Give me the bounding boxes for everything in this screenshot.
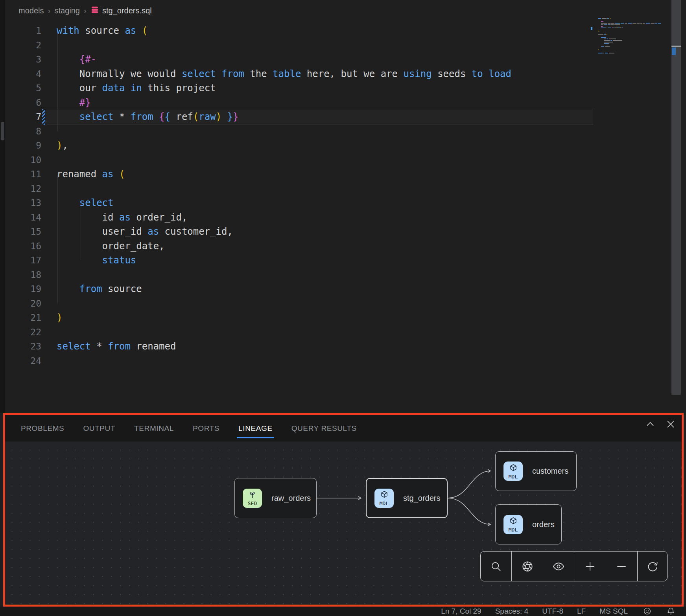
line-number: 3: [16, 52, 41, 67]
code-line[interactable]: 22: [5, 325, 686, 340]
code-line[interactable]: 15 user_id as customer_id,: [5, 224, 686, 239]
code-line[interactable]: 4 Normally we would select from the tabl…: [5, 67, 686, 81]
code-line[interactable]: 18: [5, 268, 686, 282]
minimap-line: [602, 18, 607, 19]
database-icon: [90, 6, 99, 16]
minimap-line: [605, 46, 610, 47]
code-line[interactable]: 2: [5, 38, 686, 53]
breadcrumb-file[interactable]: stg_orders.sql: [90, 6, 152, 16]
toolbar-group: [511, 552, 574, 581]
code-line[interactable]: 21): [5, 311, 686, 325]
minimap-line: [601, 28, 606, 28]
line-number: 20: [16, 296, 41, 311]
code-line[interactable]: 12: [5, 182, 686, 196]
seed-badge: SED: [243, 489, 262, 508]
panel-tab-query-results[interactable]: QUERY RESULTS: [291, 415, 357, 441]
code-line-text: Normally we would select from the table …: [57, 67, 511, 81]
search-button[interactable]: [481, 552, 511, 581]
minimap-line: [608, 28, 611, 28]
status-item-spaces-4[interactable]: Spaces: 4: [495, 607, 529, 616]
code-line[interactable]: 13 select: [5, 196, 686, 210]
minimap-line: [598, 50, 599, 50]
minimap-line: [604, 40, 610, 41]
panel-tab-problems[interactable]: PROBLEMS: [21, 415, 64, 441]
status-item-lf[interactable]: LF: [577, 607, 586, 616]
line-number: 6: [16, 96, 41, 110]
breadcrumb-separator-icon: ›: [84, 6, 87, 15]
node-label: stg_orders: [403, 494, 441, 503]
code-line[interactable]: 5 our data in this project: [5, 81, 686, 96]
lineage-node-orders[interactable]: MDLorders: [495, 504, 562, 544]
minimap-line: [625, 23, 627, 24]
code-line[interactable]: 24: [5, 354, 686, 368]
minimap-line: [610, 23, 614, 24]
toolbar-group: [481, 552, 511, 581]
panel-tab-lineage[interactable]: LINEAGE: [238, 415, 273, 441]
minimap-line: [604, 24, 607, 25]
feedback-smiley-icon[interactable]: [643, 607, 651, 616]
minimap-line: [622, 28, 623, 28]
line-number: 19: [16, 282, 41, 296]
line-number: 2: [16, 38, 41, 53]
minimap-line: [658, 23, 661, 24]
line-number: 24: [16, 354, 41, 368]
code-line-text: select * from {{ ref(raw) }}: [57, 110, 238, 124]
eye-button[interactable]: [543, 552, 574, 581]
code-line-text: from source: [57, 282, 142, 296]
minimap-line: [614, 24, 620, 25]
line-number: 7: [16, 110, 41, 124]
code-editor[interactable]: 1with source as (23 {#-4 Normally we wou…: [5, 18, 686, 413]
code-line[interactable]: 16 order_date,: [5, 239, 686, 254]
code-line[interactable]: 3 {#-: [5, 52, 686, 67]
code-line[interactable]: 6 #}: [5, 96, 686, 110]
code-line[interactable]: 1with source as (: [5, 24, 686, 38]
code-line[interactable]: 7 select * from {{ ref(raw) }}: [5, 110, 686, 124]
code-line[interactable]: 19 from source: [5, 282, 686, 296]
status-item-ms-sql[interactable]: MS SQL: [599, 607, 628, 616]
minimap-line: [604, 42, 613, 42]
breadcrumb: models›staging› stg_orders.sql: [18, 3, 152, 18]
panel-tab-output[interactable]: OUTPUT: [83, 415, 115, 441]
minimap-line: [637, 23, 640, 24]
panel-tab-ports[interactable]: PORTS: [193, 415, 219, 441]
code-line[interactable]: 23select * from renamed: [5, 339, 686, 354]
zoom-out-button[interactable]: [606, 552, 637, 581]
code-line-text: select * from renamed: [57, 339, 176, 354]
left-rail-scrollbar[interactable]: [1, 122, 4, 140]
code-line[interactable]: 9),: [5, 138, 686, 153]
close-icon[interactable]: [666, 419, 676, 429]
minimap[interactable]: [593, 0, 671, 51]
editor-scrollbar[interactable]: [671, 0, 681, 395]
minimap-line: [640, 23, 642, 24]
code-line[interactable]: 20: [5, 296, 686, 311]
code-line[interactable]: 14 id as order_id,: [5, 210, 686, 225]
chevron-up-icon[interactable]: [645, 419, 655, 429]
code-line[interactable]: 10: [5, 153, 686, 167]
line-number: 15: [16, 224, 41, 239]
code-line[interactable]: 11renamed as (: [5, 167, 686, 182]
lineage-node-customers[interactable]: MDLcustomers: [495, 451, 577, 491]
badge-label: MDL: [509, 527, 518, 532]
minimap-line: [609, 39, 616, 39]
lineage-canvas[interactable]: SEDraw_ordersMDLstg_ordersMDLcustomersMD…: [5, 441, 682, 605]
aperture-button[interactable]: [512, 552, 543, 581]
minimap-line: [601, 21, 603, 22]
minimap-line: [620, 28, 621, 28]
breadcrumb-item[interactable]: staging: [54, 6, 80, 15]
panel-actions: [645, 419, 676, 429]
code-line[interactable]: 17 status: [5, 253, 686, 268]
breadcrumb-item[interactable]: models: [18, 6, 44, 15]
refresh-button[interactable]: [638, 552, 667, 581]
status-item-ln-7-col-29[interactable]: Ln 7, Col 29: [441, 607, 481, 616]
status-item-utf-8[interactable]: UTF-8: [542, 607, 563, 616]
lineage-node-stg_orders[interactable]: MDLstg_orders: [366, 478, 448, 518]
zoom-in-button[interactable]: [574, 552, 606, 581]
code-line-text: with source as (: [57, 24, 148, 38]
notifications-bell-icon[interactable]: [667, 607, 675, 616]
panel-tab-terminal[interactable]: TERMINAL: [134, 415, 174, 441]
code-line[interactable]: 8: [5, 124, 686, 139]
toolbar-group: [574, 552, 637, 581]
lineage-node-raw_orders[interactable]: SEDraw_orders: [234, 478, 317, 518]
lineage-toolbar: [480, 551, 668, 581]
code-line-text: status: [57, 253, 136, 268]
